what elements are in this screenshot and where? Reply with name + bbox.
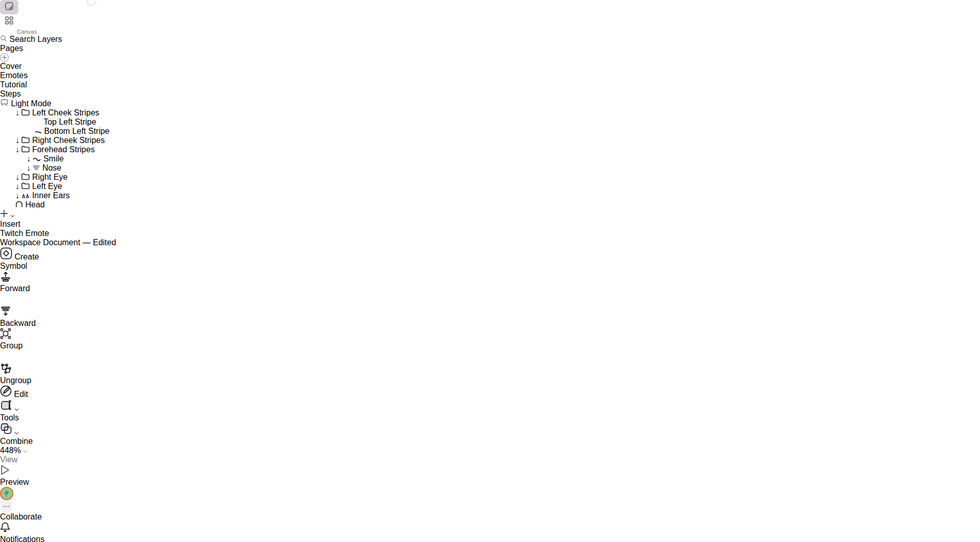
folder-icon [21, 182, 30, 191]
document-title-block: Twitch Emote Workspace Document — Edited [0, 229, 980, 247]
grid-icon [5, 16, 14, 27]
app-window: Canvas Search Layers Pages Cover Emotes … [0, 0, 980, 542]
bell-icon [0, 526, 10, 534]
ungroup-button[interactable]: Ungroup [0, 363, 36, 385]
triangles-shape-icon [21, 191, 30, 200]
nose-shape-icon [33, 163, 40, 172]
clip-arrow-icon: ↓ [15, 182, 19, 191]
forward-icon [0, 275, 11, 284]
line-shape-icon [35, 123, 41, 125]
page-item-cover[interactable]: Cover [0, 62, 980, 71]
document-subtitle: Workspace Document — Edited [0, 238, 980, 247]
desktop: { "toolbar": { "canvas_label": "Canvas",… [0, 0, 980, 542]
combine-icon [0, 428, 12, 436]
layer-row-head[interactable]: Head [0, 200, 980, 209]
page-item-steps[interactable]: Steps [0, 89, 980, 99]
artboard-icon [0, 99, 11, 108]
plus-icon [0, 210, 8, 219]
move-backward-button[interactable]: Backward [0, 305, 36, 328]
clip-arrow-icon: ↓ [27, 163, 31, 172]
layer-row-inner-ears[interactable]: ↓ Inner Ears [0, 191, 980, 200]
tools-icon [0, 404, 12, 413]
folder-icon [21, 173, 30, 181]
toolbar-separator [0, 293, 980, 305]
head-shape-icon [15, 200, 23, 209]
layer-row-top-left-stripe[interactable]: Top Left Stripe [0, 117, 980, 127]
page-item-tutorial[interactable]: Tutorial [0, 80, 980, 89]
add-page-button[interactable] [0, 53, 9, 62]
play-icon [0, 468, 10, 477]
folder-icon [21, 136, 30, 145]
zoom-control[interactable]: 448% View [0, 446, 46, 464]
notifications-button[interactable]: Notifications [0, 522, 36, 542]
layer-row-forehead-stripes[interactable]: ↓ Forehead Stripes [0, 145, 980, 154]
tools-button[interactable]: Tools [0, 399, 36, 422]
group-button[interactable]: Group [0, 328, 36, 350]
canvas-section-label: Canvas [0, 29, 54, 35]
page-item-emotes[interactable]: Emotes [0, 71, 980, 80]
collaborate-more-button[interactable] [0, 500, 12, 512]
document-title: Twitch Emote [0, 229, 980, 238]
clip-arrow-icon: ↓ [15, 191, 19, 200]
components-view-toggle[interactable] [0, 14, 18, 29]
folder-icon [21, 145, 30, 154]
search-layers-input[interactable]: Search Layers [0, 35, 980, 44]
wave-shape-icon [33, 154, 41, 163]
layer-row-right-cheek-stripes[interactable]: ↓ Right Cheek Stripes [0, 136, 980, 145]
clip-arrow-icon: ↓ [15, 136, 19, 145]
insert-button[interactable]: Insert [0, 209, 36, 229]
layer-row-smile[interactable]: ↓ Smile [0, 154, 980, 163]
folder-icon [21, 108, 30, 117]
move-forward-button[interactable]: Forward [0, 271, 36, 293]
combine-button[interactable]: Combine [0, 422, 38, 446]
pencil-icon [0, 390, 12, 398]
search-icon [0, 35, 7, 43]
create-symbol-button[interactable]: Create Symbol [0, 247, 51, 271]
collaborate-control[interactable]: Collaborate [0, 487, 46, 522]
zoom-level-value: 448% [0, 446, 21, 455]
clip-arrow-icon: ↓ [15, 145, 19, 154]
curve-shape-icon [35, 127, 42, 135]
edit-button[interactable]: Edit [0, 385, 36, 399]
clip-arrow-icon: ↓ [15, 173, 19, 181]
collaborator-avatar[interactable] [0, 487, 13, 500]
chevron-down-icon [14, 404, 19, 413]
preview-button[interactable]: Preview [0, 464, 36, 487]
layer-row-right-eye[interactable]: ↓ Right Eye [0, 173, 980, 182]
clip-arrow-icon: ↓ [15, 108, 19, 117]
layer-row-bottom-left-stripe[interactable]: Bottom Left Stripe [0, 127, 980, 136]
search-placeholder: Search Layers [9, 35, 62, 43]
backward-icon [0, 310, 11, 318]
layer-list-sidebar: Canvas Search Layers Pages Cover Emotes … [0, 0, 980, 209]
chevron-down-icon [10, 210, 15, 219]
ungroup-icon [0, 367, 11, 375]
canvas-icon [5, 2, 14, 13]
layer-row-left-cheek-stripes[interactable]: ↓ Left Cheek Stripes [0, 108, 980, 117]
symbol-icon [0, 252, 12, 261]
group-icon [0, 332, 11, 341]
pages-header: Pages [0, 44, 980, 53]
artboard-item-light-mode[interactable]: Light Mode [0, 99, 980, 108]
chevron-down-icon [23, 446, 28, 455]
layer-row-nose[interactable]: ↓ Nose [0, 163, 980, 173]
chevron-down-icon [14, 428, 19, 436]
layer-row-left-eye[interactable]: ↓ Left Eye [0, 182, 980, 191]
toolbar-separator [0, 350, 980, 363]
clip-arrow-icon: ↓ [27, 154, 31, 163]
canvas-view-toggle[interactable] [0, 0, 18, 14]
